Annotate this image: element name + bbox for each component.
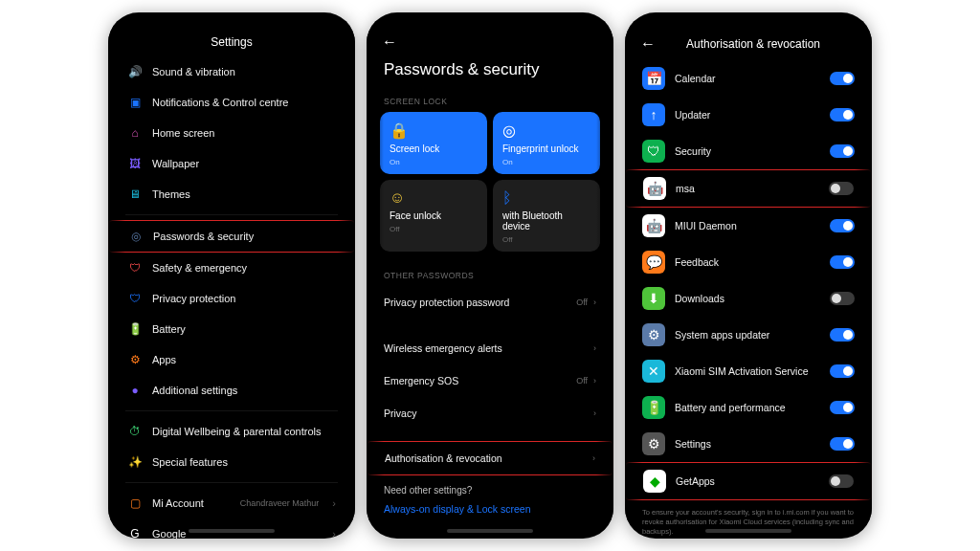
row-authorisation-revocation[interactable]: Authorisation & revocation › — [367, 441, 613, 475]
settings-item-passwords-security[interactable]: ◎Passwords & security — [108, 220, 355, 253]
settings-item-label: Wallpaper — [152, 158, 336, 169]
chevron-right-icon: › — [332, 528, 336, 539]
settings-item-digital-wellbeing-parental-controls[interactable]: ⏱Digital Wellbeing & parental controls — [108, 416, 355, 447]
back-icon[interactable]: ← — [640, 35, 656, 53]
app-row-miui-daemon[interactable]: 🤖MIUI Daemon — [625, 208, 872, 244]
settings-item-special-features[interactable]: ✨Special features — [108, 447, 355, 477]
tile-face-unlock[interactable]: ☺ Face unlock Off — [380, 180, 487, 252]
settings-item-notifications-control-centre[interactable]: ▣Notifications & Control centre — [108, 87, 355, 118]
tile-fingerprint[interactable]: ◎ Fingerprint unlock On — [493, 112, 600, 174]
authorisation-title: Authorisation & revocation — [667, 37, 839, 51]
app-row-feedback[interactable]: 💬Feedback — [625, 244, 872, 280]
phone-3-authorisation: ← Authorisation & revocation 📅Calendar↑U… — [625, 12, 872, 539]
chevron-right-icon: › — [593, 408, 596, 418]
app-row-battery-and-performance[interactable]: 🔋Battery and performance — [625, 389, 872, 426]
passwords-security-title: Passwords & security — [367, 51, 613, 91]
app-row-settings[interactable]: ⚙Settings — [625, 426, 872, 462]
app-name: System apps updater — [675, 329, 820, 341]
settings-item-label: Notifications & Control centre — [152, 97, 336, 108]
app-name: Downloads — [675, 293, 820, 304]
settings-item-label: Google — [152, 528, 319, 539]
app-row-xiaomi-sim-activation-service[interactable]: ✕Xiaomi SIM Activation Service — [625, 353, 872, 389]
toggle-switch[interactable] — [830, 292, 855, 305]
app-name: Xiaomi SIM Activation Service — [675, 365, 820, 377]
separator — [125, 482, 338, 483]
app-name: Battery and performance — [675, 402, 820, 413]
settings-item-apps[interactable]: ⚙Apps — [108, 344, 355, 375]
chevron-right-icon: › — [332, 497, 336, 509]
authorisation-footer: To ensure your account's security, sign … — [625, 502, 872, 536]
chevron-right-icon: › — [593, 343, 596, 353]
row-emergency-sos[interactable]: Emergency SOS Off› — [367, 364, 613, 397]
settings-item-home-screen[interactable]: ⌂Home screen — [108, 118, 355, 148]
toggle-switch[interactable] — [830, 364, 855, 378]
tile-status: Off — [502, 235, 590, 244]
settings-item-label: Battery — [152, 323, 336, 335]
row-trailing: Off — [576, 376, 588, 386]
row-trailing: Off — [576, 298, 588, 307]
app-row-downloads[interactable]: ⬇Downloads — [625, 280, 872, 317]
settings-item-wallpaper[interactable]: 🖼Wallpaper — [108, 148, 355, 179]
settings-item-label: Additional settings — [152, 385, 336, 396]
toggle-switch[interactable] — [829, 474, 854, 488]
app-name: MIUI Daemon — [675, 220, 820, 231]
app-name: Settings — [675, 438, 820, 450]
app-row-security[interactable]: 🛡Security — [625, 133, 872, 169]
settings-item-icon: ⌂ — [127, 125, 143, 141]
row-wireless-alerts[interactable]: Wireless emergency alerts › — [367, 332, 613, 364]
app-name: Calendar — [675, 73, 820, 84]
settings-item-icon: 🔋 — [127, 321, 143, 337]
toggle-switch[interactable] — [830, 219, 855, 232]
settings-item-battery[interactable]: 🔋Battery — [108, 314, 355, 344]
tile-status: On — [502, 158, 590, 166]
settings-item-safety-emergency[interactable]: 🛡Safety & emergency — [108, 253, 355, 283]
tile-label: Fingerprint unlock — [502, 143, 590, 154]
separator — [125, 410, 338, 411]
back-icon[interactable]: ← — [382, 33, 397, 51]
toggle-switch[interactable] — [830, 255, 855, 269]
app-row-msa[interactable]: 🤖msa — [625, 169, 872, 208]
toggle-switch[interactable] — [830, 401, 855, 414]
toggle-switch[interactable] — [830, 328, 855, 342]
app-row-system-apps-updater[interactable]: ⚙System apps updater — [625, 317, 872, 353]
toggle-switch[interactable] — [830, 72, 855, 85]
toggle-switch[interactable] — [830, 108, 855, 121]
link-aod-lockscreen[interactable]: Always-on display & Lock screen — [367, 497, 613, 520]
settings-item-label: Privacy protection — [152, 293, 336, 304]
app-name: msa — [676, 183, 819, 194]
toggle-switch[interactable] — [829, 182, 854, 195]
lock-icon: 🔒 — [390, 121, 478, 140]
phone-1-settings: Settings 🔊Sound & vibration▣Notification… — [108, 12, 355, 539]
settings-item-icon: ● — [127, 383, 143, 398]
settings-item-label: Home screen — [152, 127, 336, 139]
row-privacy-password[interactable]: Privacy protection password Off› — [367, 286, 613, 319]
app-icon: ⚙ — [642, 432, 665, 455]
app-icon: ↑ — [642, 103, 665, 126]
settings-item-icon: ⚙ — [127, 352, 143, 367]
settings-item-google[interactable]: GGoogle› — [108, 518, 355, 539]
separator — [125, 214, 338, 215]
settings-item-mi-account[interactable]: ▢Mi AccountChandraveer Mathur› — [108, 488, 355, 518]
toggle-switch[interactable] — [830, 144, 855, 158]
section-other-passwords: OTHER PASSWORDS — [367, 265, 613, 286]
tile-bluetooth[interactable]: ᛒ with Bluetooth device Off — [493, 180, 600, 252]
app-name: GetApps — [676, 475, 819, 487]
row-privacy[interactable]: Privacy › — [367, 397, 613, 430]
settings-item-icon: 🖼 — [127, 156, 143, 171]
app-icon: ⬇ — [642, 287, 665, 310]
settings-item-privacy-protection[interactable]: 🛡Privacy protection — [108, 283, 355, 314]
app-row-updater[interactable]: ↑Updater — [625, 97, 872, 133]
settings-item-label: Apps — [152, 354, 336, 365]
settings-item-themes[interactable]: 🖥Themes — [108, 179, 355, 209]
settings-item-sound-vibration[interactable]: 🔊Sound & vibration — [108, 56, 355, 87]
settings-item-icon: 🛡 — [127, 260, 143, 276]
face-icon: ☺ — [390, 189, 478, 207]
app-row-getapps[interactable]: ◆GetApps — [625, 462, 872, 500]
tile-screen-lock[interactable]: 🔒 Screen lock On — [380, 112, 487, 174]
toggle-switch[interactable] — [830, 437, 855, 451]
settings-item-icon: 🛡 — [127, 291, 143, 306]
app-name: Security — [675, 145, 820, 157]
settings-item-trailing: Chandraveer Mathur — [240, 498, 320, 508]
app-row-calendar[interactable]: 📅Calendar — [625, 60, 872, 97]
settings-item-additional-settings[interactable]: ●Additional settings — [108, 375, 355, 406]
